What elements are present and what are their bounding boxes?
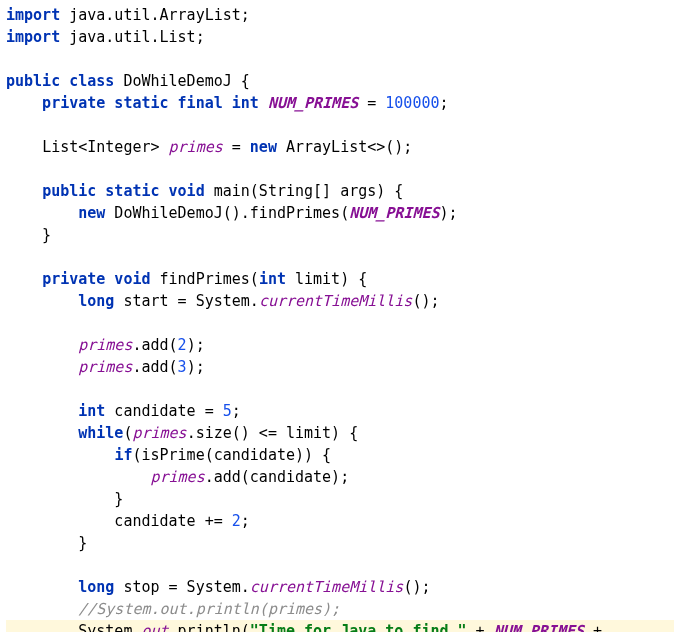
- keyword-while: while: [78, 424, 123, 442]
- param: limit) {: [286, 270, 367, 288]
- close-brace: }: [6, 534, 87, 552]
- close-paren: );: [187, 358, 205, 376]
- code-editor[interactable]: import java.util.ArrayList; import java.…: [6, 4, 674, 632]
- indent: [6, 336, 78, 354]
- var-decl: candidate =: [105, 402, 222, 420]
- semicolon: ;: [232, 402, 241, 420]
- code-line: }: [6, 532, 674, 554]
- constant-name: NUM_PRIMES: [268, 94, 358, 112]
- code-line: [6, 378, 674, 400]
- out-field: out: [141, 622, 168, 632]
- string-literal: "Time for Java to find ": [250, 622, 467, 632]
- code-line: //System.out.println(primes);: [6, 598, 674, 620]
- code-line: [6, 312, 674, 334]
- indent: [6, 270, 42, 288]
- code-line: long stop = System.currentTimeMillis();: [6, 576, 674, 598]
- method-modifiers: private void: [42, 270, 150, 288]
- code-line: while(primes.size() <= limit) {: [6, 422, 674, 444]
- keyword-if: if: [114, 446, 132, 464]
- comment: //System.out.println(primes);: [78, 600, 340, 618]
- code-line: candidate += 2;: [6, 510, 674, 532]
- method-call: .add(: [132, 358, 177, 376]
- indent: [6, 358, 78, 376]
- constructor-call: DoWhileDemoJ().findPrimes(: [105, 204, 349, 222]
- keyword-long: long: [78, 292, 114, 310]
- number-literal: 100000: [385, 94, 439, 112]
- constant-ref: NUM_PRIMES: [494, 622, 584, 632]
- number-literal: 5: [223, 402, 232, 420]
- method-call: .add(: [132, 336, 177, 354]
- code-line: long start = System.currentTimeMillis();: [6, 290, 674, 312]
- code-line: import java.util.List;: [6, 26, 674, 48]
- indent: [6, 578, 78, 596]
- method-call: .add(candidate);: [205, 468, 350, 486]
- code-line: if(isPrime(candidate)) {: [6, 444, 674, 466]
- field-ref: primes: [78, 336, 132, 354]
- code-line: primes.add(candidate);: [6, 466, 674, 488]
- code-line: private static final int NUM_PRIMES = 10…: [6, 92, 674, 114]
- code-line: [6, 158, 674, 180]
- code-line: int candidate = 5;: [6, 400, 674, 422]
- method-modifiers: public static void: [42, 182, 205, 200]
- static-method: currentTimeMillis: [250, 578, 404, 596]
- field-name: primes: [169, 138, 223, 156]
- field-ref: primes: [78, 358, 132, 376]
- close-paren: );: [187, 336, 205, 354]
- code-line: public static void main(String[] args) {: [6, 180, 674, 202]
- number-literal: 2: [232, 512, 241, 530]
- assign-op: =: [223, 138, 250, 156]
- indent: [6, 468, 151, 486]
- var-decl: start = System.: [114, 292, 259, 310]
- number-literal: 3: [178, 358, 187, 376]
- static-method: currentTimeMillis: [259, 292, 413, 310]
- system-ref: System.: [78, 622, 141, 632]
- keyword-import: import: [6, 6, 60, 24]
- keyword-new: new: [250, 138, 277, 156]
- code-line: }: [6, 224, 674, 246]
- code-line: List<Integer> primes = new ArrayList<>()…: [6, 136, 674, 158]
- code-line: primes.add(2);: [6, 334, 674, 356]
- method-signature: main(String[] args) {: [205, 182, 404, 200]
- indent: [6, 138, 42, 156]
- indent: [6, 402, 78, 420]
- close-paren: );: [440, 204, 458, 222]
- call-close: ();: [412, 292, 439, 310]
- code-line: [6, 48, 674, 70]
- code-line: new DoWhileDemoJ().findPrimes(NUM_PRIMES…: [6, 202, 674, 224]
- close-brace: }: [6, 226, 51, 244]
- indent: [6, 424, 78, 442]
- code-line: public class DoWhileDemoJ {: [6, 70, 674, 92]
- keyword-public-class: public class: [6, 72, 114, 90]
- code-line: System.out.println("Time for Java to fin…: [6, 620, 674, 632]
- keyword-import: import: [6, 28, 60, 46]
- indent: [6, 600, 78, 618]
- field-ref: primes: [151, 468, 205, 486]
- field-modifiers: private static final int: [6, 94, 268, 112]
- condition: .size() <= limit) {: [187, 424, 359, 442]
- constant-ref: NUM_PRIMES: [349, 204, 439, 222]
- code-line: primes.add(3);: [6, 356, 674, 378]
- call-close: ();: [403, 578, 430, 596]
- code-line: [6, 246, 674, 268]
- var-decl: stop = System.: [114, 578, 249, 596]
- import-package: java.util.ArrayList;: [60, 6, 250, 24]
- indent: [6, 204, 78, 222]
- class-name: DoWhileDemoJ {: [114, 72, 249, 90]
- code-line: private void findPrimes(int limit) {: [6, 268, 674, 290]
- indent: [6, 622, 78, 632]
- keyword-new: new: [78, 204, 105, 222]
- keyword-int: int: [259, 270, 286, 288]
- number-literal: 2: [178, 336, 187, 354]
- keyword-long: long: [78, 578, 114, 596]
- import-package: java.util.List;: [60, 28, 205, 46]
- println: .println(: [169, 622, 250, 632]
- indent: [6, 446, 114, 464]
- indent: [6, 292, 78, 310]
- concat-op: +: [467, 622, 494, 632]
- increment: candidate +=: [6, 512, 232, 530]
- semicolon: ;: [241, 512, 250, 530]
- type-name: List<Integer>: [42, 138, 168, 156]
- constructor: ArrayList<>();: [277, 138, 412, 156]
- code-line: }: [6, 488, 674, 510]
- close-brace: }: [6, 490, 123, 508]
